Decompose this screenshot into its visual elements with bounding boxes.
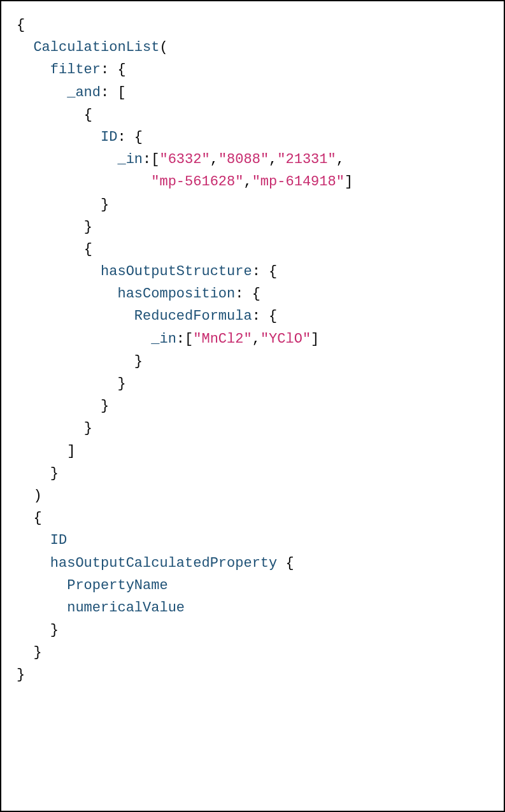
- code-line: }: [17, 417, 488, 439]
- code-token-keyword: hasComposition: [117, 286, 235, 302]
- code-line: ID: [17, 529, 488, 552]
- code-token-bracket: ]: [311, 331, 319, 347]
- code-line: filter: {: [17, 59, 488, 81]
- code-line: _in:["MnCl2","YClO"]: [17, 328, 488, 350]
- code-line: }: [17, 216, 488, 238]
- code-token-keyword: hasOutputCalculatedProperty: [50, 555, 277, 571]
- code-token-string: "21331": [277, 152, 336, 167]
- code-line: }: [17, 373, 488, 395]
- code-line: hasOutputCalculatedProperty {: [17, 552, 488, 574]
- code-token-keyword: _in: [151, 331, 176, 347]
- code-token-keyword: PropertyName: [67, 578, 167, 594]
- code-line: _and: [: [17, 82, 488, 104]
- code-token-string: "MnCl2": [193, 331, 252, 347]
- code-token-bracket: {: [84, 241, 92, 257]
- code-token-bracket: }: [101, 197, 109, 213]
- code-token-string: "8088": [218, 152, 269, 167]
- code-token-string: "6332": [159, 152, 210, 167]
- code-token-bracket: }: [84, 420, 92, 436]
- code-token-keyword: ID: [101, 129, 117, 145]
- code-token-bracket: : {: [252, 308, 278, 324]
- code-token-bracket: }: [134, 353, 143, 369]
- code-line: hasOutputStructure: {: [17, 260, 488, 283]
- code-line: {: [17, 507, 488, 529]
- code-line: }: [17, 462, 488, 485]
- code-token-bracket: {: [277, 555, 294, 571]
- code-line: }: [17, 641, 488, 664]
- code-line: _in:["6332","8088","21331",: [17, 148, 488, 171]
- code-line: CalculationList(: [17, 36, 488, 59]
- code-line: }: [17, 194, 488, 216]
- code-line: {: [17, 238, 488, 260]
- code-block: { CalculationList( filter: { _and: [ { I…: [0, 0, 505, 812]
- code-line: {: [17, 104, 488, 126]
- code-token-bracket: }: [33, 645, 41, 660]
- code-token-bracket: {: [84, 107, 92, 123]
- code-token-keyword: filter: [50, 62, 101, 78]
- code-token-bracket: : [: [101, 85, 126, 101]
- code-token-keyword: _in: [117, 152, 143, 167]
- code-token-keyword: _and: [67, 85, 101, 101]
- code-token-bracket: }: [17, 667, 25, 683]
- code-line: {: [17, 14, 488, 36]
- code-token-keyword: CalculationList: [33, 39, 159, 55]
- code-token-string: "mp-561628": [151, 174, 243, 190]
- code-token-bracket: (: [159, 39, 167, 55]
- code-token-bracket: }: [117, 376, 125, 392]
- code-token-bracket: ]: [67, 443, 75, 459]
- code-line: PropertyName: [17, 574, 488, 597]
- code-token-keyword: ID: [50, 532, 67, 548]
- code-line: ReducedFormula: {: [17, 305, 488, 327]
- code-token-bracket: ,: [269, 152, 277, 167]
- code-token-bracket: }: [84, 219, 92, 235]
- code-token-bracket: {: [17, 17, 25, 33]
- code-token-bracket: : {: [235, 286, 260, 302]
- code-line: ID: {: [17, 126, 488, 148]
- code-token-bracket: : {: [117, 129, 143, 145]
- code-token-bracket: ,: [252, 331, 260, 347]
- code-line: }: [17, 664, 488, 686]
- code-token-bracket: ,: [210, 152, 218, 167]
- code-token-keyword: ReducedFormula: [134, 308, 252, 324]
- code-token-bracket: ]: [345, 174, 353, 190]
- code-token-bracket: ,: [243, 174, 252, 190]
- code-token-keyword: numericalValue: [67, 600, 185, 616]
- code-token-bracket: ,: [336, 152, 345, 167]
- code-token-bracket: :[: [176, 331, 193, 347]
- code-line: numericalValue: [17, 597, 488, 619]
- code-token-bracket: }: [50, 622, 59, 638]
- code-line: hasComposition: {: [17, 283, 488, 305]
- code-token-bracket: : {: [252, 264, 278, 280]
- code-line: ]: [17, 440, 488, 462]
- code-line: }: [17, 619, 488, 641]
- code-token-bracket: ): [33, 488, 41, 504]
- code-token-string: "YClO": [260, 331, 311, 347]
- code-line: }: [17, 395, 488, 417]
- code-token-string: "mp-614918": [252, 174, 345, 190]
- code-token-bracket: }: [50, 466, 59, 481]
- code-token-keyword: hasOutputStructure: [101, 264, 252, 280]
- code-line: "mp-561628","mp-614918"]: [17, 171, 488, 193]
- code-line: ): [17, 485, 488, 507]
- code-token-bracket: }: [101, 398, 109, 414]
- code-token-bracket: {: [33, 510, 41, 526]
- code-token-bracket: :[: [143, 152, 159, 167]
- code-token-bracket: : {: [101, 62, 126, 78]
- code-line: }: [17, 350, 488, 373]
